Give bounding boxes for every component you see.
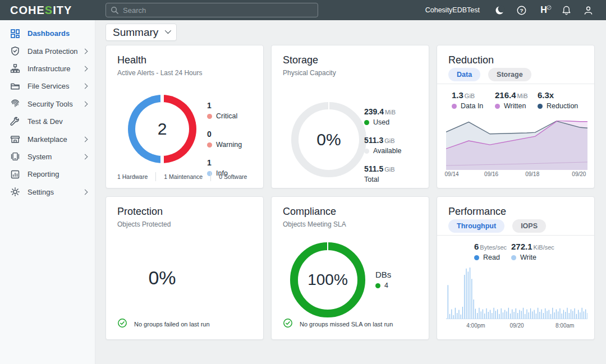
- cohesity-logo: COHESITY: [10, 4, 72, 17]
- chevron-right-icon: [82, 189, 88, 195]
- chevron-right-icon: [82, 101, 88, 107]
- legend-warning: 0 Warning: [207, 130, 242, 149]
- performance-tabs: Throughput IOPS: [448, 219, 546, 233]
- help-icon[interactable]: ?: [516, 4, 527, 16]
- performance-card: Performance Throughput IOPS 6Bytes/sec R…: [437, 196, 595, 340]
- health-footer: 1 Hardware 1 Maintenance 0 Software: [117, 172, 255, 181]
- protection-card: Protection Objects Protected 0% No group…: [105, 196, 264, 340]
- sidebar-nav: Dashboards Data Protection Infrastructur…: [0, 20, 95, 364]
- compliance-card: Compliance Objects Meeting SLA 100% DBs …: [271, 196, 429, 340]
- reduction-area-chart[interactable]: [446, 121, 587, 170]
- notifications-bell-icon[interactable]: [561, 4, 572, 16]
- dark-mode-moon-icon[interactable]: [494, 4, 505, 16]
- sidebar-item-label: Reporting: [27, 170, 87, 178]
- sidebar-item-label: Settings: [27, 188, 83, 196]
- storage-percent: 0%: [291, 102, 367, 178]
- wrench-icon: [10, 117, 20, 127]
- legend-available: 511.3GiB Available: [364, 136, 402, 155]
- card-subtitle: Objects Meeting SLA: [283, 220, 429, 228]
- helios-icon[interactable]: H: [538, 5, 550, 15]
- storage-legend: 239.4MiB Used 511.3GiB Available 511.5Gi…: [364, 107, 402, 193]
- performance-x-axis: 4:00pm 09/20 8:00am: [446, 322, 587, 330]
- sidebar-item-label: Data Protection: [27, 47, 83, 56]
- chevron-right-icon: [82, 84, 88, 89]
- software-count[interactable]: 0 Software: [211, 173, 255, 180]
- card-title: Compliance: [283, 206, 429, 218]
- view-selector-label: Summary: [113, 26, 158, 39]
- check-circle-icon: [117, 318, 127, 330]
- search-input[interactable]: [123, 6, 313, 15]
- chevron-down-icon: [165, 27, 171, 33]
- card-title: Protection: [117, 206, 263, 218]
- maintenance-count[interactable]: 1 Maintenance: [156, 173, 210, 180]
- dashboard-icon: [10, 29, 20, 39]
- gear-icon: [10, 187, 20, 197]
- read-dot: [474, 255, 479, 260]
- system-icon: [10, 151, 20, 162]
- compliance-donut-chart[interactable]: 100%: [290, 242, 365, 317]
- tab-throughput[interactable]: Throughput: [448, 219, 504, 233]
- reduction-tabs: Data Storage: [448, 68, 531, 81]
- dashboard-view-selector[interactable]: Summary: [105, 24, 177, 41]
- reduction-x-axis: 09/14 09/16 09/18 09/20: [446, 171, 587, 179]
- written-dot: [495, 104, 500, 109]
- sidebar-item-system[interactable]: System: [0, 148, 95, 165]
- sidebar-item-data-protection[interactable]: Data Protection: [0, 42, 95, 59]
- sidebar-item-file-services[interactable]: File Services: [0, 77, 95, 95]
- stat-write: 272.1KiB/sec Write: [511, 242, 554, 261]
- protection-footer: No groups failed on last run: [117, 318, 210, 330]
- health-total: 2: [128, 95, 196, 163]
- legend-used: 239.4MiB Used: [364, 107, 402, 126]
- tab-data[interactable]: Data: [448, 68, 480, 81]
- compliance-legend: DBs 4: [375, 270, 391, 299]
- protection-percent: 0%: [106, 267, 218, 289]
- storage-donut-chart[interactable]: 0%: [291, 102, 366, 177]
- reduction-dot: [538, 104, 543, 109]
- card-subtitle: Active Alerts - Last 24 Hours: [117, 69, 263, 77]
- tab-iops[interactable]: IOPS: [512, 219, 546, 233]
- chevron-right-icon: [82, 66, 88, 72]
- user-icon[interactable]: [582, 4, 594, 16]
- sidebar-item-test-dev[interactable]: Test & Dev: [0, 113, 95, 130]
- available-dot: [364, 149, 369, 154]
- fingerprint-icon: [10, 99, 20, 109]
- stat-written: 216.4MiB Written: [495, 90, 528, 110]
- sidebar-item-label: Test & Dev: [27, 117, 87, 126]
- svg-text:?: ?: [520, 7, 523, 13]
- card-title: Reduction: [448, 54, 594, 66]
- performance-spike-chart[interactable]: [446, 268, 587, 319]
- account-name: CohesityEDBTest: [425, 6, 480, 14]
- dbs-dot: [375, 283, 380, 288]
- check-circle-icon: [283, 318, 293, 330]
- health-donut-chart[interactable]: 2: [128, 95, 196, 163]
- card-title: Health: [117, 54, 263, 66]
- folder-icon: [10, 81, 20, 91]
- storefront-icon: [10, 134, 20, 144]
- critical-dot: [207, 114, 212, 119]
- top-bar: COHESITY CohesityEDBTest ? H: [0, 0, 606, 20]
- sidebar-item-reporting[interactable]: Reporting: [0, 165, 95, 183]
- card-title: Storage: [283, 54, 429, 66]
- sidebar-item-marketplace[interactable]: Marketplace: [0, 130, 95, 148]
- sidebar-item-label: System: [27, 153, 83, 161]
- helios-disconnected-badge: [547, 2, 552, 12]
- sidebar-item-dashboards[interactable]: Dashboards: [0, 25, 95, 42]
- card-subtitle: Physical Capacity: [283, 69, 429, 77]
- hardware-count[interactable]: 1 Hardware: [117, 173, 155, 180]
- report-icon: [10, 169, 20, 179]
- storage-card: Storage Physical Capacity 0% 239.4MiB Us…: [271, 45, 429, 188]
- stat-read: 6Bytes/sec Read: [474, 242, 507, 261]
- chevron-right-icon: [82, 48, 88, 54]
- sidebar-item-settings[interactable]: Settings: [0, 183, 95, 201]
- sidebar-item-security-tools[interactable]: Security Tools: [0, 95, 95, 113]
- tab-storage[interactable]: Storage: [488, 68, 531, 81]
- dbs-label: DBs: [375, 270, 391, 279]
- global-search[interactable]: [105, 3, 318, 17]
- stat-reduction-ratio: 6.3x Reduction: [538, 90, 578, 110]
- sidebar-item-label: Dashboards: [27, 29, 87, 38]
- search-icon: [111, 6, 119, 15]
- legend-total: 511.5GiB Total: [364, 164, 402, 183]
- sidebar-item-label: Marketplace: [27, 135, 83, 144]
- health-card: Health Active Alerts - Last 24 Hours 2 1…: [105, 45, 264, 188]
- sidebar-item-infrastructure[interactable]: Infrastructure: [0, 60, 95, 77]
